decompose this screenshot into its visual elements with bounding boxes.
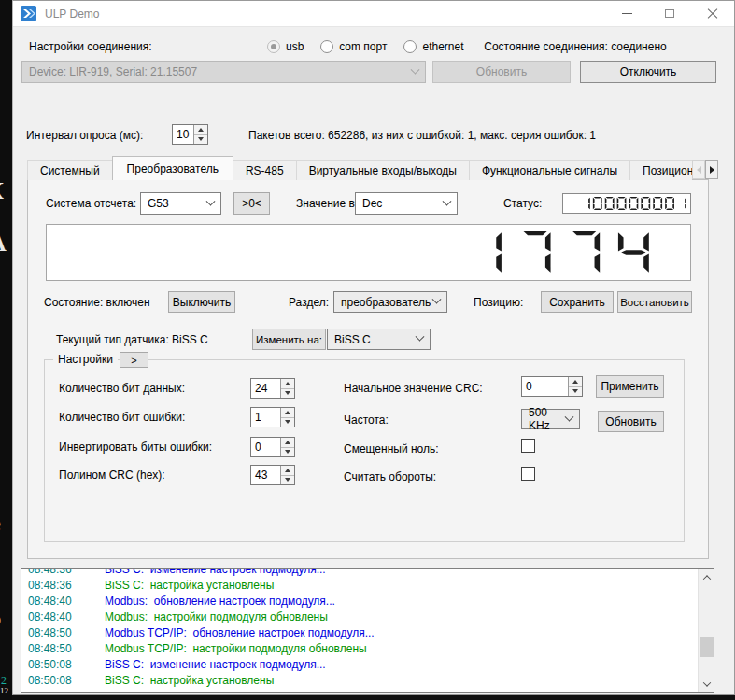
data-bits-stepper[interactable]: 24 [250, 378, 295, 399]
invert-bits-label: Инвертировать биты ошибки: [59, 437, 212, 457]
spin-down-button[interactable] [281, 447, 294, 457]
log-timestamp: 08:48:36 [28, 578, 105, 594]
spin-up-button[interactable] [281, 438, 294, 447]
spin-down-button[interactable] [281, 388, 294, 399]
section-select[interactable]: преобразователь [333, 291, 447, 313]
poll-interval-stepper[interactable]: 10 [172, 124, 208, 145]
log-entry: 08:48:50 Modbus TCP/IP: настройки подмод… [28, 641, 714, 657]
minimize-button[interactable] [605, 1, 648, 26]
crc-poly-label: Полином CRC (hex): [59, 465, 165, 485]
log-message: BiSS C: настройка установлены [105, 578, 274, 594]
settings-expand-button[interactable]: > [120, 352, 148, 368]
maximize-button[interactable] [648, 1, 691, 26]
connection-radio[interactable]: ethernet [403, 40, 463, 53]
app-window: ULP Demo Настройки соединения: usb com п… [12, 0, 735, 695]
status-seven-segment-display [562, 193, 691, 214]
log-message: Modbus: настройки подмодуля обновлены [105, 609, 328, 625]
spin-up-button[interactable] [281, 379, 294, 388]
invert-bits-stepper[interactable]: 0 [250, 437, 295, 457]
error-bits-value: 1 [251, 408, 280, 427]
tab-label: RS-485 [246, 164, 284, 177]
scrollbar-thumb[interactable] [700, 637, 714, 657]
scroll-down-button[interactable] [699, 676, 714, 692]
restore-position-button[interactable]: Восстановить [617, 291, 692, 313]
spin-up-button[interactable] [569, 377, 582, 386]
tab[interactable]: Виртуальные входы/выходы [296, 160, 470, 180]
tab[interactable]: RS-485 [233, 160, 297, 180]
spin-up-button[interactable] [194, 125, 207, 134]
frequency-select[interactable]: 500 KHz [521, 409, 580, 429]
background-window-strip: КАSоеЬр212 [0, 0, 12, 700]
sensor-type-select[interactable]: BiSS C [327, 329, 431, 350]
crc-init-stepper[interactable]: 0 [521, 376, 583, 397]
app-icon [21, 6, 36, 21]
crc-init-value: 0 [522, 377, 568, 396]
value-format-value: Dec [362, 197, 382, 210]
connection-radio[interactable]: usb [267, 40, 304, 53]
spin-up-button[interactable] [281, 466, 294, 475]
tab-label: Преобразователь [127, 162, 219, 175]
current-sensor-type-label: Текущий тип датчика: BiSS C [56, 329, 208, 350]
tab-label: Функциональные сигналы [482, 164, 617, 177]
scroll-up-button[interactable] [699, 569, 714, 585]
chevron-down-icon [432, 295, 442, 304]
tab-label: Системный [40, 164, 100, 177]
arrow-up-icon [198, 128, 204, 132]
turn-off-button[interactable]: Выключить [168, 291, 235, 313]
spin-down-button[interactable] [281, 417, 294, 427]
invert-bits-value: 0 [251, 438, 280, 456]
log-entry: 08:48:50 Modbus TCP/IP: обновление настр… [28, 625, 714, 641]
chevron-up-icon [702, 575, 710, 582]
count-turns-label: Считать обороты: [344, 467, 436, 487]
close-button[interactable] [691, 1, 734, 26]
radio-label: com порт [339, 40, 387, 53]
section-label: Раздел: [289, 292, 329, 313]
background-glyph-fragment: К [0, 177, 4, 205]
crc-poly-stepper[interactable]: 43 [250, 465, 295, 485]
apply-button[interactable]: Применить [596, 375, 664, 398]
ref-system-select[interactable]: G53 [140, 192, 221, 215]
tab[interactable]: Функциональные сигналы [469, 160, 630, 180]
log-entry: 08:48:36 BiSS C: настройка установлены [28, 578, 714, 594]
log-timestamp: 08:48:50 [28, 625, 105, 641]
connection-settings-label: Настройки соединения: [29, 38, 152, 55]
log-timestamp: 08:48:50 [28, 641, 105, 657]
tab[interactable]: Преобразователь [112, 156, 233, 180]
log-entry: 08:50:08 BiSS C: изменение настроек подм… [28, 657, 714, 673]
offset-zero-checkbox[interactable] [521, 439, 535, 453]
poll-interval-label: Интервал опроса (мс): [26, 125, 143, 146]
disconnect-button[interactable]: Отключить [580, 61, 716, 83]
save-position-button[interactable]: Сохранить [541, 291, 614, 313]
value-format-select[interactable]: Dec [355, 192, 458, 215]
log-message: BiSS C: изменение настроек подмодуля... [105, 657, 326, 673]
log-message: Modbus TCP/IP: настройки подмодуля обнов… [105, 641, 367, 657]
spin-up-button[interactable] [281, 408, 294, 417]
change-sensor-type-button[interactable]: Изменить на: [252, 329, 326, 350]
spin-down-button[interactable] [194, 134, 207, 145]
background-glyph-fragment: е [0, 511, 1, 536]
tab[interactable]: Системный [27, 160, 113, 180]
zero-button[interactable]: >0< [233, 192, 270, 215]
poll-interval-value: 10 [173, 125, 193, 144]
chevron-down-icon [443, 196, 452, 205]
window-title: ULP Demo [45, 7, 99, 21]
frequency-value: 500 KHz [529, 406, 566, 432]
chevron-down-icon [411, 64, 420, 74]
tab[interactable]: Позиционер [629, 160, 692, 180]
connection-type-radios: usb com порт ethernet [267, 38, 464, 55]
log-timestamp: 08:50:08 [28, 673, 105, 689]
count-turns-checkbox[interactable] [521, 467, 535, 481]
tab-label: Виртуальные входы/выходы [309, 164, 457, 177]
connection-radio[interactable]: com порт [320, 40, 387, 53]
log-timestamp: 08:48:40 [28, 594, 105, 609]
log-panel[interactable]: 08:48:36 BiSS C: изменение настроек подм… [21, 568, 714, 693]
tabs-scroll-right-button[interactable] [705, 160, 718, 179]
log-scrollbar[interactable] [698, 569, 714, 692]
spin-down-button[interactable] [569, 386, 582, 397]
error-bits-stepper[interactable]: 1 [250, 407, 295, 427]
log-message: BiSS C: настройка установлены [105, 673, 274, 689]
log-list: 08:48:36 BiSS C: изменение настроек подм… [21, 568, 714, 689]
refresh-settings-button[interactable]: Обновить [598, 411, 664, 432]
background-glyph-fragment: р [0, 607, 1, 631]
spin-down-button[interactable] [281, 475, 294, 485]
